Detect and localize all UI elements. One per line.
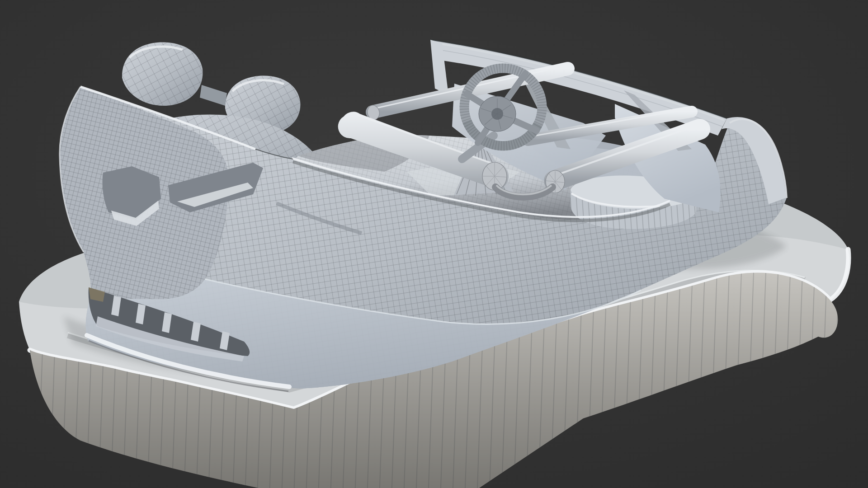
- render-canvas[interactable]: [0, 0, 868, 488]
- 3d-viewport[interactable]: [0, 0, 868, 488]
